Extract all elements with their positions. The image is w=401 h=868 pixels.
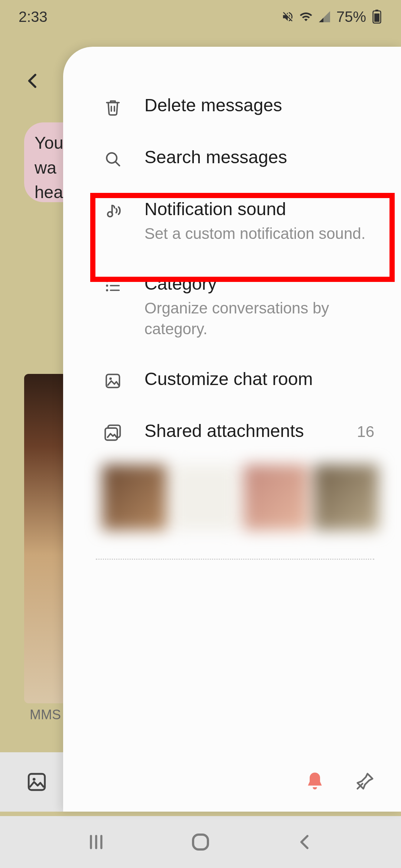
gallery-stack-icon [102, 422, 124, 444]
attachment-thumb[interactable] [314, 464, 379, 530]
menu-subtitle: Organize conversations by category. [144, 298, 379, 340]
menu-title: Search messages [144, 146, 379, 168]
attachment-thumb[interactable] [102, 464, 167, 530]
menu-subtitle: Set a custom notification sound. [144, 223, 379, 244]
battery-pct: 75% [336, 9, 366, 25]
android-nav-bar [0, 816, 401, 868]
chat-bubble-text: You wa hea [35, 133, 63, 202]
svg-rect-5 [193, 835, 208, 849]
svg-point-8 [106, 280, 108, 282]
attachment-thumb[interactable] [173, 464, 237, 530]
gallery-icon[interactable] [26, 771, 48, 793]
battery-icon [371, 10, 382, 24]
conversation-menu-panel: Delete messages Search messages Notifica… [63, 47, 401, 812]
attachment-count: 16 [357, 423, 379, 441]
svg-point-4 [33, 778, 36, 781]
menu-notification-sound[interactable]: Notification sound Set a custom notifica… [63, 184, 401, 259]
attachment-thumbnails[interactable] [63, 458, 401, 539]
menu-delete-messages[interactable]: Delete messages [63, 80, 401, 132]
mms-label: MMS [30, 707, 61, 723]
menu-customize-chat-room[interactable]: Customize chat room [63, 354, 401, 406]
svg-rect-2 [375, 10, 379, 11]
svg-point-10 [106, 289, 108, 291]
search-icon [102, 148, 124, 170]
chat-back-button[interactable] [22, 70, 43, 91]
back-nav-icon[interactable] [294, 832, 315, 852]
status-time: 2:33 [19, 9, 48, 25]
recents-nav-icon[interactable] [86, 832, 107, 852]
menu-title: Delete messages [144, 94, 379, 116]
music-sound-icon [102, 200, 124, 222]
trash-icon [102, 96, 124, 118]
mute-icon [281, 10, 294, 23]
menu-search-messages[interactable]: Search messages [63, 132, 401, 184]
picture-icon [102, 370, 124, 392]
svg-rect-1 [374, 13, 379, 22]
chat-image-attachment[interactable] [24, 374, 67, 703]
list-icon [102, 275, 124, 296]
svg-rect-3 [29, 774, 45, 790]
menu-title: Customize chat room [144, 368, 379, 390]
menu-separator [96, 559, 374, 560]
attachment-thumb[interactable] [244, 464, 308, 530]
menu-title: Shared attachments [144, 420, 336, 442]
menu-shared-attachments[interactable]: Shared attachments 16 [63, 406, 401, 458]
svg-point-9 [106, 285, 108, 287]
home-nav-icon[interactable] [189, 831, 212, 853]
menu-title: Notification sound [144, 198, 379, 220]
svg-point-7 [108, 212, 113, 217]
panel-bottom-actions [304, 771, 375, 792]
pin-icon[interactable] [355, 771, 375, 791]
menu-category[interactable]: Category Organize conversations by categ… [63, 259, 401, 354]
wifi-icon [299, 10, 313, 23]
status-bar: 2:33 75% [0, 0, 401, 33]
bell-icon[interactable] [304, 771, 325, 792]
svg-point-12 [109, 377, 112, 380]
menu-title: Category [144, 273, 379, 295]
status-indicators: 75% [281, 9, 382, 25]
signal-icon [318, 10, 331, 23]
